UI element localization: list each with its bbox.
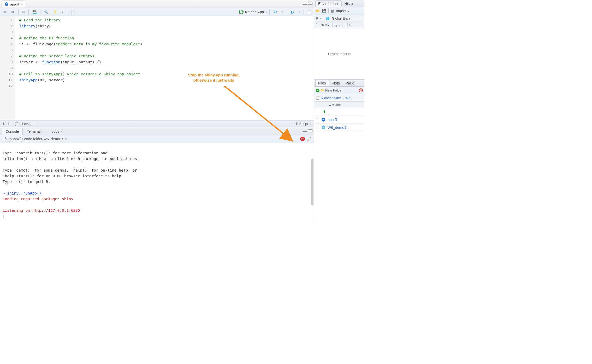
import-dataset-icon[interactable]	[331, 9, 334, 13]
env-col-name[interactable]: Nam▲	[319, 22, 333, 28]
import-dataset-label[interactable]: Import D	[336, 9, 349, 13]
file-tab-label: app.R	[10, 2, 19, 6]
env-col-size[interactable]: S.	[348, 22, 364, 28]
save-button[interactable]	[31, 9, 38, 15]
close-icon[interactable]: ×	[42, 130, 44, 133]
publish-button[interactable]	[289, 9, 295, 15]
breadcrumb-item[interactable]: R code folder	[321, 96, 341, 100]
app-settings-button[interactable]	[272, 9, 278, 15]
env-tab-row: Environment Histo	[314, 0, 364, 7]
file-checkbox[interactable]	[316, 126, 319, 129]
env-col-type[interactable]: Ty…	[333, 22, 342, 28]
clear-console-button[interactable]	[307, 137, 311, 141]
global-env-label[interactable]: Global Envir	[332, 16, 350, 20]
tab-history[interactable]: Histo	[342, 0, 356, 7]
tab-plots[interactable]: Plots	[329, 80, 343, 86]
tab-jobs[interactable]: Jobs×	[48, 128, 67, 135]
env-select-all-checkbox[interactable]	[316, 23, 317, 27]
show-in-new-window-button[interactable]	[21, 9, 26, 15]
compile-report-button[interactable]	[70, 9, 76, 15]
file-tab-app-r[interactable]: app.R ×	[2, 1, 25, 8]
minimize-pane-icon[interactable]	[303, 4, 307, 5]
folder-up-icon: ⬆	[323, 110, 326, 114]
line-number-gutter: 1 2 3 4 5 6 7 8 9 10 11 12	[0, 16, 16, 120]
find-replace-button[interactable]	[43, 9, 49, 15]
console-output[interactable]: Type 'contributors()' for more informati…	[0, 143, 314, 224]
file-row-up[interactable]: ⬆ ..	[314, 108, 364, 116]
tab-environment[interactable]: Environment	[315, 0, 342, 7]
env-empty-message: Environment is	[314, 28, 364, 79]
document-outline-button[interactable]	[306, 9, 312, 15]
load-workspace-button[interactable]	[316, 9, 320, 13]
app-settings-dropdown[interactable]	[281, 9, 284, 15]
maximize-pane-icon[interactable]	[308, 129, 312, 132]
tab-packages[interactable]: Pack	[343, 80, 357, 86]
minimize-pane-icon[interactable]	[303, 131, 307, 132]
breadcrumb-checkbox[interactable]	[316, 96, 319, 100]
env-col-length[interactable]: …	[342, 22, 348, 28]
files-toolbar: + 📁 New Folder ✕	[314, 87, 364, 94]
console-toolbar: ~/Dropbox/R code folder/W6_demo1/	[0, 135, 314, 143]
nav-forward-button[interactable]	[10, 9, 16, 15]
tab-files[interactable]: Files	[315, 80, 329, 86]
file-row-app-r[interactable]: app.R	[314, 116, 364, 124]
tab-console[interactable]: Console	[2, 128, 23, 135]
working-directory[interactable]: ~/Dropbox/R code folder/W6_demo1/	[3, 137, 63, 141]
files-table-header: ▲ Name	[314, 102, 364, 108]
files-breadcrumb: R code folder › W6_	[314, 94, 364, 102]
source-toolbar: Reload App	[0, 8, 314, 16]
tab-terminal[interactable]: Terminal×	[23, 128, 48, 135]
filetype-selector[interactable]: R Script	[293, 120, 314, 127]
global-env-icon	[326, 16, 330, 20]
delete-button[interactable]: ✕	[359, 88, 363, 92]
close-icon[interactable]: ×	[61, 130, 62, 133]
code-content[interactable]: # Load the library library(shiny) # Defi…	[16, 16, 142, 120]
r-file-icon	[321, 118, 325, 122]
publish-dropdown[interactable]	[298, 9, 301, 15]
reload-icon	[239, 10, 244, 14]
rproj-icon	[321, 125, 325, 130]
r-file-icon	[4, 2, 9, 6]
nav-back-button[interactable]	[2, 9, 8, 15]
file-checkbox[interactable]	[316, 118, 319, 121]
env-toolbar: Import D	[314, 7, 364, 15]
env-engine-dropdown[interactable]	[320, 16, 322, 20]
reload-dropdown[interactable]	[265, 10, 267, 14]
scope-selector[interactable]: (Top Level)	[12, 120, 38, 127]
maximize-pane-icon[interactable]	[308, 2, 312, 5]
goto-directory-icon[interactable]	[65, 137, 68, 141]
env-scope-row: R Global Envir	[314, 15, 364, 22]
code-tools-button[interactable]	[52, 9, 58, 15]
breadcrumb-item[interactable]: W6_	[345, 96, 352, 100]
files-col-name[interactable]: ▲ Name	[327, 103, 342, 107]
source-tab-row: app.R ×	[0, 0, 314, 8]
plus-icon: +	[316, 89, 319, 92]
code-tools-dropdown[interactable]	[61, 9, 64, 15]
stop-button[interactable]	[300, 137, 305, 141]
console-scrollbar[interactable]	[311, 159, 313, 205]
save-workspace-button[interactable]	[322, 9, 326, 13]
reload-app-button[interactable]: Reload App	[239, 10, 267, 14]
cursor-position[interactable]: 12:1	[0, 120, 12, 127]
close-icon[interactable]: ×	[21, 3, 22, 6]
files-tab-row: Files Plots Pack	[314, 80, 364, 87]
code-editor[interactable]: 1 2 3 4 5 6 7 8 9 10 11 12 # Load the li…	[0, 16, 314, 120]
file-row-rproj[interactable]: W6_demo1.	[314, 124, 364, 131]
new-folder-button[interactable]: + 📁 New Folder	[316, 88, 342, 92]
reload-app-label: Reload App	[245, 10, 264, 14]
console-tab-row: Console Terminal× Jobs×	[0, 127, 314, 135]
env-table-header: Nam▲ Ty… … S.	[314, 22, 364, 28]
source-status-bar: 12:1 (Top Level) R Script	[0, 120, 314, 127]
env-engine-label[interactable]: R	[316, 16, 318, 20]
